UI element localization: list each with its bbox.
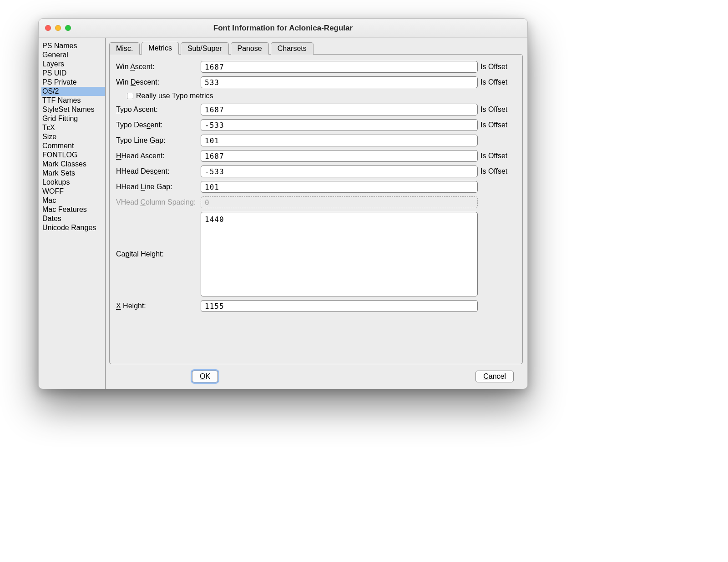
sidebar-item-styleset-names[interactable]: StyleSet Names: [41, 105, 105, 114]
font-info-window: Font Information for Aclonica-Regular PS…: [38, 18, 528, 389]
sidebar-item-ps-names[interactable]: PS Names: [41, 41, 105, 50]
tab-misc-[interactable]: Misc.: [109, 42, 140, 55]
typo-ascent-offset-toggle[interactable]: Is Offset: [480, 105, 516, 114]
typo-descent-label: Typo Descent:: [116, 121, 198, 129]
tab-bar: Misc.MetricsSub/SuperPanoseCharsets: [109, 41, 523, 54]
sidebar-item-lookups[interactable]: Lookups: [41, 178, 105, 187]
hhead-ascent-offset-toggle[interactable]: Is Offset: [480, 152, 516, 160]
tab-charsets[interactable]: Charsets: [271, 42, 313, 55]
x-height-input[interactable]: [201, 300, 478, 312]
tab-sub-super[interactable]: Sub/Super: [181, 42, 229, 55]
typo-linegap-label: Typo Line Gap:: [116, 136, 198, 145]
sidebar-item-size[interactable]: Size: [41, 132, 105, 141]
sidebar-item-t-x[interactable]: TεX: [41, 123, 105, 132]
sidebar-item-comment[interactable]: Comment: [41, 141, 105, 151]
sidebar-item-mac-features[interactable]: Mac Features: [41, 205, 105, 214]
sidebar-item-grid-fitting[interactable]: Grid Fitting: [41, 114, 105, 123]
capital-height-label: Capital Height:: [116, 250, 198, 258]
sidebar-item-mark-classes[interactable]: Mark Classes: [41, 160, 105, 169]
typo-descent-input[interactable]: [201, 119, 478, 131]
cancel-button[interactable]: Cancel: [475, 371, 514, 382]
tab-metrics[interactable]: Metrics: [142, 42, 179, 55]
win-descent-label: Win Descent:: [116, 78, 198, 86]
dialog-buttons: OK Cancel: [109, 364, 523, 389]
win-ascent-label: Win Ascent:: [116, 63, 198, 71]
sidebar-item-dates[interactable]: Dates: [41, 214, 105, 223]
hhead-ascent-input[interactable]: [201, 150, 478, 162]
sidebar-item-fontlog[interactable]: FONTLOG: [41, 151, 105, 160]
category-sidebar: PS NamesGeneralLayersPS UIDPS PrivateOS/…: [39, 38, 106, 389]
sidebar-item-ps-uid[interactable]: PS UID: [41, 69, 105, 78]
sidebar-item-unicode-ranges[interactable]: Unicode Ranges: [41, 223, 105, 232]
win-ascent-input[interactable]: [201, 61, 478, 73]
vhead-spacing-input: [201, 196, 478, 208]
typo-descent-offset-toggle[interactable]: Is Offset: [480, 121, 516, 129]
hhead-linegap-input[interactable]: [201, 181, 478, 193]
window-controls: [45, 25, 71, 31]
win-ascent-offset-toggle[interactable]: Is Offset: [480, 63, 516, 71]
typo-linegap-input[interactable]: [201, 135, 478, 146]
sidebar-item-ps-private[interactable]: PS Private: [41, 78, 105, 87]
sidebar-item-mark-sets[interactable]: Mark Sets: [41, 169, 105, 178]
hhead-descent-input[interactable]: [201, 166, 478, 177]
sidebar-item-layers[interactable]: Layers: [41, 60, 105, 69]
ok-button[interactable]: OK: [192, 371, 218, 382]
hhead-ascent-label: HHead Ascent:: [116, 152, 198, 160]
win-descent-offset-toggle[interactable]: Is Offset: [480, 78, 516, 86]
sidebar-item-mac[interactable]: Mac: [41, 196, 105, 205]
typo-ascent-label: Typo Ascent:: [116, 105, 198, 114]
hhead-descent-offset-toggle[interactable]: Is Offset: [480, 167, 516, 176]
minimize-icon[interactable]: [55, 25, 61, 31]
window-title: Font Information for Aclonica-Regular: [39, 24, 527, 33]
tab-panose[interactable]: Panose: [231, 42, 269, 55]
close-icon[interactable]: [45, 25, 51, 31]
sidebar-item-woff[interactable]: WOFF: [41, 187, 105, 196]
titlebar: Font Information for Aclonica-Regular: [39, 19, 527, 38]
zoom-icon[interactable]: [65, 25, 71, 31]
hhead-linegap-label: HHead Line Gap:: [116, 183, 198, 191]
typo-ascent-input[interactable]: [201, 104, 478, 115]
win-descent-input[interactable]: [201, 76, 478, 88]
x-height-label: X Height:: [116, 302, 198, 310]
metrics-panel: Win Ascent: Is Offset Win Descent: Is Of…: [109, 54, 523, 364]
hhead-descent-label: HHead Descent:: [116, 167, 198, 176]
use-typo-metrics-label: Really use Typo metrics: [136, 92, 213, 100]
sidebar-item-os-2[interactable]: OS/2: [41, 87, 105, 96]
sidebar-item-general[interactable]: General: [41, 50, 105, 60]
capital-height-input[interactable]: 1440: [201, 212, 478, 296]
sidebar-item-ttf-names[interactable]: TTF Names: [41, 96, 105, 105]
vhead-spacing-label: VHead Column Spacing:: [116, 198, 198, 206]
checkbox-icon: [127, 93, 133, 99]
use-typo-metrics-checkbox[interactable]: Really use Typo metrics: [127, 92, 516, 100]
